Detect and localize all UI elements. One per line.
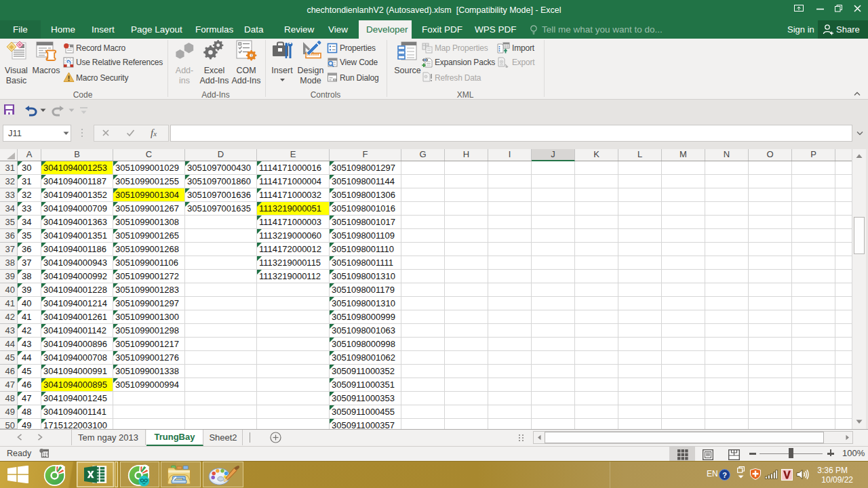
svg-text:?: ?: [722, 471, 727, 479]
